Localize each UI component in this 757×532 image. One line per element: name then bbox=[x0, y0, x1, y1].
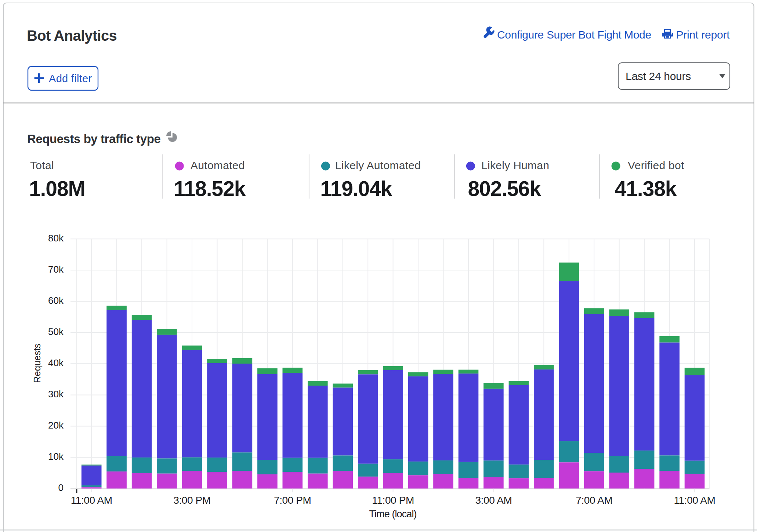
svg-text:7:00 PM: 7:00 PM bbox=[274, 495, 311, 506]
svg-text:3:00 PM: 3:00 PM bbox=[173, 495, 210, 506]
svg-text:Likely Automated: Likely Automated bbox=[335, 159, 421, 171]
svg-text:11:00 AM: 11:00 AM bbox=[71, 495, 112, 506]
svg-text:Last 24 hours: Last 24 hours bbox=[626, 70, 691, 82]
svg-text:1.08M: 1.08M bbox=[29, 177, 85, 200]
svg-text:Total: Total bbox=[30, 159, 54, 171]
svg-text:Likely Human: Likely Human bbox=[481, 159, 549, 171]
svg-text:11:00 PM: 11:00 PM bbox=[372, 495, 414, 506]
svg-text:Print report: Print report bbox=[676, 29, 730, 41]
svg-text:Add filter: Add filter bbox=[49, 73, 92, 84]
svg-text:41.38k: 41.38k bbox=[615, 177, 677, 200]
svg-text:Requests: Requests bbox=[32, 343, 42, 383]
svg-text:50k: 50k bbox=[48, 326, 64, 337]
svg-text:20k: 20k bbox=[48, 420, 64, 431]
svg-text:0: 0 bbox=[58, 482, 64, 493]
svg-text:70k: 70k bbox=[48, 264, 64, 275]
svg-text:119.04k: 119.04k bbox=[320, 177, 392, 200]
svg-text:118.52k: 118.52k bbox=[174, 177, 246, 200]
svg-text:3:00 AM: 3:00 AM bbox=[475, 495, 512, 506]
svg-text:60k: 60k bbox=[48, 295, 64, 306]
svg-text:Requests by traffic type: Requests by traffic type bbox=[27, 132, 160, 146]
svg-text:40k: 40k bbox=[48, 357, 64, 368]
svg-text:Configure Super Bot Fight Mode: Configure Super Bot Fight Mode bbox=[497, 29, 651, 41]
svg-text:7:00 AM: 7:00 AM bbox=[576, 495, 612, 506]
svg-text:Automated: Automated bbox=[191, 159, 245, 171]
svg-text:Time (local): Time (local) bbox=[369, 509, 416, 520]
svg-text:10k: 10k bbox=[48, 451, 64, 462]
svg-text:802.56k: 802.56k bbox=[468, 177, 541, 200]
svg-text:80k: 80k bbox=[48, 233, 64, 244]
svg-text:30k: 30k bbox=[48, 389, 64, 400]
svg-text:11:00 AM: 11:00 AM bbox=[674, 495, 715, 506]
svg-text:Verified bot: Verified bot bbox=[628, 159, 684, 171]
svg-text:Bot Analytics: Bot Analytics bbox=[27, 28, 117, 44]
